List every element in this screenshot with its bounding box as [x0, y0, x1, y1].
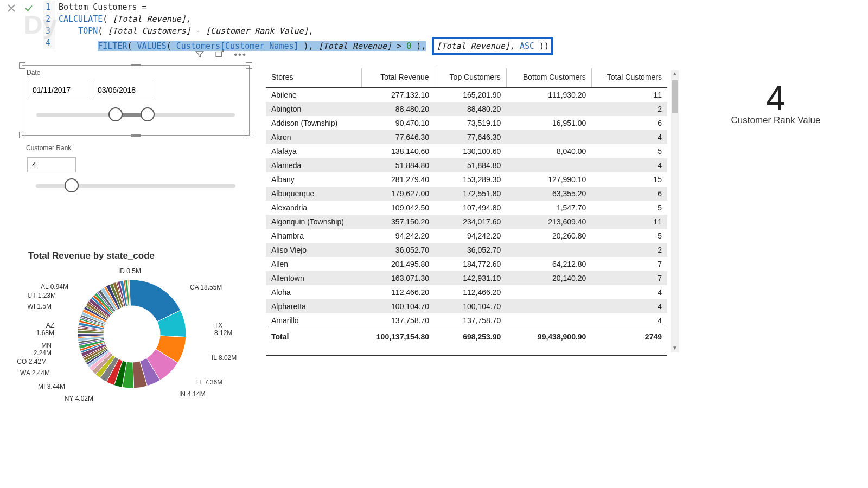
filter-icon[interactable]: [195, 49, 205, 62]
table-row[interactable]: Alpharetta100,104.70100,104.704: [266, 299, 667, 313]
scroll-down-icon[interactable]: ▼: [672, 345, 678, 352]
table-row[interactable]: Akron77,646.3077,646.304: [266, 130, 667, 144]
resize-handle[interactable]: [131, 64, 141, 66]
resize-handle[interactable]: [19, 132, 25, 138]
donut-label: FL 7.36M: [195, 378, 222, 386]
total-cell: 100,137,154.80: [362, 328, 435, 346]
range-handle-end[interactable]: [141, 107, 155, 121]
donut-svg: [72, 269, 192, 399]
donut-label: MN 2.24M: [34, 342, 52, 357]
kpi-label: Customer Rank Value: [705, 115, 846, 126]
table-row[interactable]: Allen201,495.80184,772.6064,212.807: [266, 257, 667, 271]
column-header[interactable]: Total Revenue: [362, 68, 435, 87]
resize-handle[interactable]: [246, 62, 252, 69]
donut-label: CA 18.55M: [190, 284, 222, 291]
customer-rank-slicer[interactable]: Customer Rank: [22, 141, 250, 206]
donut-label: CO 2.42M: [17, 358, 47, 365]
stores-table[interactable]: StoresTotal RevenueTop CustomersBottom C…: [266, 68, 667, 356]
range-handle[interactable]: [65, 178, 79, 192]
scroll-thumb[interactable]: [672, 80, 678, 113]
table-row[interactable]: Abington88,480.2088,480.202: [266, 102, 667, 116]
column-header[interactable]: Bottom Customers: [506, 68, 591, 87]
donut-chart-visual[interactable]: Total Revenue by state_code CA 18.55MTX …: [22, 247, 250, 432]
table-row[interactable]: Alafaya138,140.60130,100.608,040.005: [266, 144, 667, 158]
focus-mode-icon[interactable]: [214, 49, 224, 62]
donut-label: WA 2.44M: [20, 369, 50, 377]
range-handle-start[interactable]: [108, 107, 123, 121]
column-header[interactable]: Stores: [266, 68, 362, 87]
date-from-input[interactable]: [28, 82, 87, 98]
resize-handle[interactable]: [19, 62, 25, 69]
slicer-title: Customer Rank: [22, 141, 250, 155]
donut-label: ID 0.5M: [118, 267, 141, 275]
scrollbar[interactable]: ▲ ▼: [671, 70, 679, 352]
donut-label: WI 1.5M: [27, 303, 52, 310]
donut-label: IL 8.02M: [212, 354, 237, 362]
donut-label: AL 0.94M: [41, 283, 68, 291]
scroll-up-icon[interactable]: ▲: [672, 70, 678, 78]
more-options-icon[interactable]: •••: [234, 49, 247, 62]
table-row[interactable]: Amarillo137,758.70137,758.704: [266, 313, 667, 328]
total-cell: 2749: [591, 328, 667, 346]
svg-rect-0: [216, 52, 222, 57]
total-cell: 99,438,900.90: [506, 328, 591, 346]
donut-label: IN 4.14M: [179, 390, 206, 398]
dax-editor[interactable]: Bottom Customers = CALCULATE( [Total Rev…: [55, 1, 868, 55]
table-row[interactable]: Alhambra94,242.2094,242.2020,260.805: [266, 229, 667, 243]
resize-handle[interactable]: [131, 134, 141, 137]
table-row[interactable]: Aloha112,466.20112,466.204: [266, 285, 667, 299]
table-row[interactable]: Abilene277,132.10165,201.90111,930.2011: [266, 87, 667, 102]
commit-icon[interactable]: [24, 3, 34, 13]
table-row[interactable]: Albany281,279.40153,289.30127,990.1015: [266, 172, 667, 187]
table-row[interactable]: Allentown163,071.30142,931.1020,140.207: [266, 271, 667, 285]
date-range-track[interactable]: [36, 113, 235, 117]
donut-label: UT 1.23M: [28, 292, 56, 299]
resize-handle[interactable]: [246, 132, 252, 138]
date-slicer[interactable]: ••• Date: [22, 65, 250, 136]
table-row[interactable]: Alexandria109,042.50107,494.801,547.705: [266, 201, 667, 215]
slicer-title: Date: [22, 66, 249, 80]
rank-input[interactable]: [27, 157, 76, 172]
rank-range-track[interactable]: [36, 184, 235, 188]
kpi-value: 4: [705, 78, 846, 118]
total-cell: Total: [266, 328, 362, 346]
column-header[interactable]: Top Customers: [435, 68, 506, 87]
customer-rank-card[interactable]: 4 Customer Rank Value: [705, 78, 846, 126]
table-row[interactable]: Addison (Township)90,470.1073,519.1016,9…: [266, 116, 667, 130]
table-row[interactable]: Aliso Viejo36,052.7036,052.702: [266, 243, 667, 257]
total-cell: 698,253.90: [435, 328, 506, 346]
donut-label: MI 3.44M: [38, 383, 65, 390]
donut-label: AZ 1.68M: [36, 322, 54, 337]
cancel-icon[interactable]: [7, 3, 16, 13]
donut-label: NY 4.02M: [65, 395, 93, 402]
table-row[interactable]: Albuquerque179,627.00172,551.8063,355.20…: [266, 187, 667, 201]
chart-title: Total Revenue by state_code: [22, 247, 250, 265]
table-row[interactable]: Alameda51,884.8051,884.804: [266, 158, 667, 172]
column-header[interactable]: Total Customers: [591, 68, 667, 87]
date-to-input[interactable]: [93, 82, 152, 98]
table-row[interactable]: Algonquin (Township)357,150.20234,017.60…: [266, 215, 667, 229]
donut-label: TX 8.12M: [214, 322, 232, 337]
line-gutter: 1 2 3 4: [43, 1, 55, 49]
